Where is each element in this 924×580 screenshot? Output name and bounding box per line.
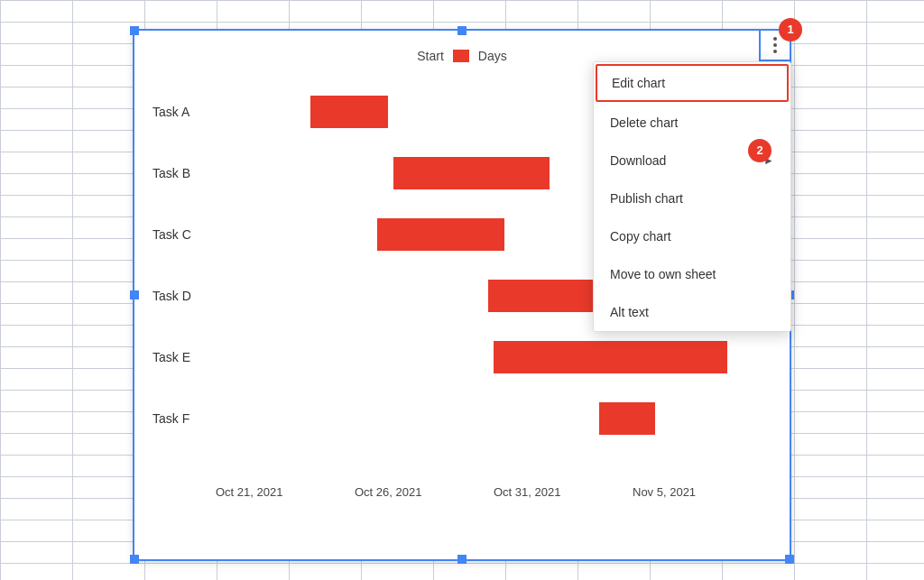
- handle-top-mid[interactable]: [457, 26, 467, 35]
- gantt-bar-e: [494, 341, 727, 373]
- x-axis: Oct 21, 2021 Oct 26, 2021 Oct 31, 2021 N…: [152, 485, 772, 499]
- menu-item-label: Delete chart: [610, 115, 678, 130]
- badge-2: 2: [748, 139, 772, 162]
- menu-item-publish-chart[interactable]: Publish chart: [594, 180, 790, 217]
- menu-item-label: Download: [610, 153, 666, 168]
- menu-item-edit-chart[interactable]: Edit chart: [596, 64, 789, 102]
- handle-top-left[interactable]: [130, 26, 139, 35]
- menu-item-delete-chart[interactable]: Delete chart: [594, 104, 790, 142]
- context-menu: Edit chart Delete chart Download ► Publi…: [593, 61, 791, 332]
- three-dots-icon: [773, 37, 777, 53]
- legend-days-color-box: [453, 50, 469, 62]
- task-label-b: Task B: [152, 166, 216, 180]
- gantt-row-task-e: Task E: [152, 327, 772, 388]
- menu-item-label: Alt text: [610, 305, 649, 319]
- x-label-0: Oct 21, 2021: [216, 485, 355, 499]
- task-label-a: Task A: [152, 105, 216, 119]
- task-label-f: Task F: [152, 411, 216, 426]
- menu-item-label: Publish chart: [610, 191, 683, 206]
- menu-item-copy-chart[interactable]: Copy chart: [594, 217, 790, 255]
- task-label-d: Task D: [152, 289, 216, 303]
- gantt-row-task-f: Task F: [152, 388, 772, 449]
- badge-1: 1: [779, 18, 802, 41]
- x-label-3: Nov 5, 2021: [633, 485, 772, 499]
- menu-item-alt-text[interactable]: Alt text: [594, 293, 790, 331]
- handle-bottom-left[interactable]: [130, 555, 139, 564]
- gantt-bar-c: [377, 218, 505, 251]
- gantt-bar-a: [310, 96, 388, 128]
- x-label-1: Oct 26, 2021: [355, 485, 494, 499]
- task-label-c: Task C: [152, 227, 216, 242]
- menu-item-move-to-own-sheet[interactable]: Move to own sheet: [594, 255, 790, 293]
- task-label-e: Task E: [152, 350, 216, 364]
- handle-mid-left[interactable]: [130, 290, 139, 299]
- menu-item-label: Copy chart: [610, 229, 671, 244]
- menu-item-label: Move to own sheet: [610, 267, 716, 281]
- handle-bottom-right[interactable]: [785, 555, 794, 564]
- handle-bottom-mid[interactable]: [457, 555, 467, 564]
- gantt-bar-f: [599, 402, 655, 435]
- bar-area-e: [216, 327, 772, 388]
- menu-item-label: Edit chart: [612, 76, 665, 90]
- x-label-2: Oct 31, 2021: [494, 485, 633, 499]
- legend-start-label: Start: [417, 49, 444, 63]
- chart-container: 1 2 Edit chart Delete chart Download ► P…: [133, 29, 791, 561]
- gantt-bar-b: [393, 157, 549, 189]
- legend-days-label: Days: [478, 49, 507, 63]
- bar-area-f: [216, 388, 772, 449]
